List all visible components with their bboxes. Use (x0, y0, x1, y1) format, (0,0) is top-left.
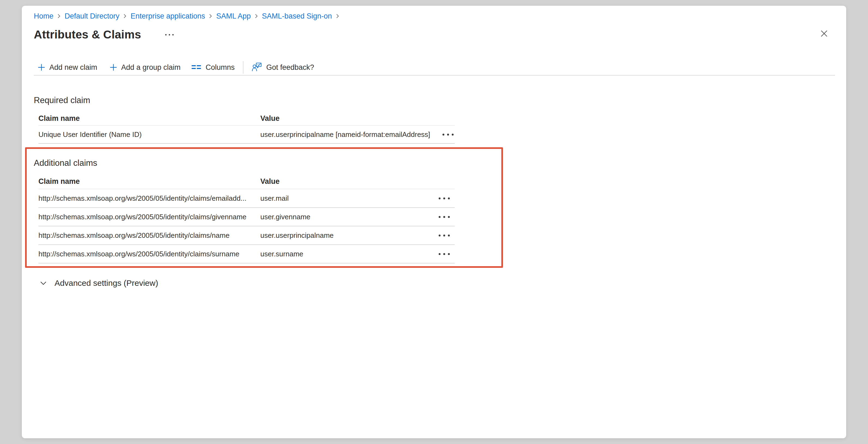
row-more-menu-icon[interactable] (438, 213, 451, 220)
chevron-right-icon (209, 13, 212, 19)
feedback-icon (252, 62, 262, 73)
advanced-settings-label: Advanced settings (Preview) (55, 278, 158, 288)
columns-button[interactable]: Columns (191, 63, 235, 72)
required-claim-table: Claim name Value Unique User Identifier … (38, 112, 455, 144)
table-row[interactable]: http://schemas.xmlsoap.org/ws/2005/05/id… (38, 208, 455, 226)
desktop-background: Home Default Directory Enterprise applic… (0, 0, 868, 444)
breadcrumb-saml-based-sign-on[interactable]: SAML-based Sign-on (262, 12, 332, 21)
claim-value-cell[interactable]: user.userprincipalname (260, 231, 426, 240)
columns-icon (191, 63, 202, 71)
attributes-claims-blade: Home Default Directory Enterprise applic… (22, 6, 846, 438)
add-group-claim-label: Add a group claim (121, 63, 181, 72)
claim-name-cell[interactable]: Unique User Identifier (Name ID) (38, 130, 260, 139)
add-new-claim-button[interactable]: Add new claim (37, 63, 97, 72)
row-more-menu-icon[interactable] (438, 250, 451, 258)
command-bar: Add new claim Add a group claim C (37, 61, 314, 73)
claim-value-cell[interactable]: user.givenname (260, 213, 426, 221)
table-header-row: Claim name Value (38, 112, 455, 126)
table-row[interactable]: Unique User Identifier (Name ID) user.us… (38, 126, 455, 144)
add-group-claim-button[interactable]: Add a group claim (109, 63, 181, 72)
chevron-right-icon (123, 13, 127, 19)
breadcrumb-default-directory[interactable]: Default Directory (65, 12, 119, 21)
value-column-header: Value (260, 177, 426, 186)
plus-icon (109, 63, 118, 71)
claim-name-cell[interactable]: http://schemas.xmlsoap.org/ws/2005/05/id… (38, 194, 260, 203)
table-row[interactable]: http://schemas.xmlsoap.org/ws/2005/05/id… (38, 189, 455, 208)
plus-icon (37, 63, 45, 71)
title-more-menu-icon[interactable] (163, 32, 176, 38)
claim-value-cell[interactable]: user.userprincipalname [nameid-format:em… (260, 130, 430, 139)
breadcrumb-home[interactable]: Home (34, 12, 54, 21)
claim-name-column-header: Claim name (38, 177, 260, 186)
required-claim-heading: Required claim (34, 95, 90, 106)
breadcrumb-saml-app[interactable]: SAML App (216, 12, 251, 21)
add-new-claim-label: Add new claim (49, 63, 97, 72)
page-title: Attributes & Claims (34, 28, 141, 41)
chevron-right-icon (57, 13, 61, 19)
toolbar-separator (243, 61, 243, 73)
breadcrumb-enterprise-applications[interactable]: Enterprise applications (131, 12, 205, 21)
title-row: Attributes & Claims (34, 27, 176, 42)
chevron-right-icon (255, 13, 258, 19)
table-header-row: Claim name Value (38, 174, 455, 189)
got-feedback-label: Got feedback? (266, 63, 314, 72)
row-more-menu-icon[interactable] (438, 195, 451, 202)
claim-name-cell[interactable]: http://schemas.xmlsoap.org/ws/2005/05/id… (38, 213, 260, 221)
claim-name-column-header: Claim name (38, 114, 260, 123)
table-row[interactable]: http://schemas.xmlsoap.org/ws/2005/05/id… (38, 226, 455, 245)
additional-claims-heading: Additional claims (34, 157, 97, 169)
breadcrumb: Home Default Directory Enterprise applic… (34, 11, 343, 21)
table-row[interactable]: http://schemas.xmlsoap.org/ws/2005/05/id… (38, 245, 455, 263)
close-icon[interactable] (819, 28, 830, 39)
chevron-right-icon (336, 13, 339, 19)
value-column-header: Value (260, 114, 426, 123)
claim-value-cell[interactable]: user.mail (260, 194, 426, 203)
row-more-menu-icon[interactable] (441, 131, 455, 138)
row-more-menu-icon[interactable] (438, 232, 451, 239)
claim-value-cell[interactable]: user.surname (260, 250, 426, 258)
chevron-down-icon (39, 279, 48, 287)
advanced-settings-expander[interactable]: Advanced settings (Preview) (39, 277, 158, 289)
claim-name-cell[interactable]: http://schemas.xmlsoap.org/ws/2005/05/id… (38, 231, 260, 240)
additional-claims-table: Claim name Value http://schemas.xmlsoap.… (38, 174, 455, 263)
columns-label: Columns (206, 63, 235, 72)
claim-name-cell[interactable]: http://schemas.xmlsoap.org/ws/2005/05/id… (38, 250, 260, 258)
toolbar-divider (34, 75, 835, 76)
got-feedback-button[interactable]: Got feedback? (252, 62, 314, 73)
